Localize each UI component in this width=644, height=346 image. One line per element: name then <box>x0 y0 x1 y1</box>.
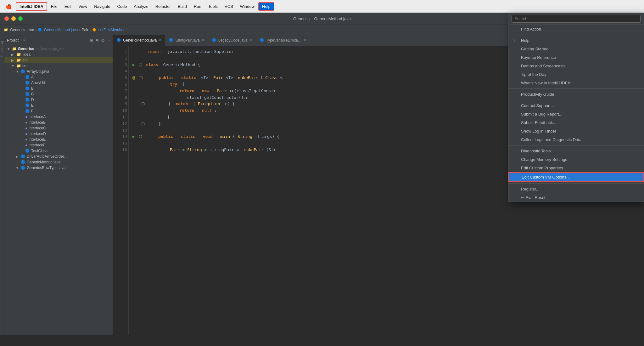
help-whats-new[interactable]: What's New in IntelliJ IDEA <box>508 79 644 87</box>
tab-legacycode[interactable]: 🔵 LegacyCode.java ✕ <box>208 35 256 46</box>
menu-edit[interactable]: Edit <box>61 3 75 10</box>
tree-item-f[interactable]: 🔵 F <box>4 108 113 114</box>
breadcrumb-src[interactable]: src <box>29 28 34 32</box>
menu-refactor[interactable]: Refactor <box>152 3 174 10</box>
help-show-log[interactable]: Show Log in Finder <box>508 127 644 135</box>
tree-item-interfacec[interactable]: ● interfaceC <box>4 125 113 131</box>
menu-navigate[interactable]: Navigate <box>91 3 113 10</box>
tree-arrow-genericsrawtype: ▼ <box>16 166 20 170</box>
tree-class-icon-testclass: 🔵 <box>25 149 30 153</box>
tree-item-d[interactable]: 🔵 D <box>4 97 113 103</box>
help-eval-reset[interactable]: ↩ Eval Reset <box>508 193 644 202</box>
menu-run[interactable]: Run <box>191 3 204 10</box>
menu-vcs[interactable]: VCS <box>221 3 236 10</box>
tree-item-b[interactable]: 🔵 B <box>4 86 113 91</box>
project-toolbar-icon-2[interactable]: ≡ <box>96 38 98 43</box>
help-change-memory[interactable]: Change Memory Settings <box>508 155 644 164</box>
tree-item-arrayutil[interactable]: ▼ 🔵 ArrayUtil.java <box>4 69 113 74</box>
sidebar-strip: Project 1 <box>0 35 4 335</box>
project-dropdown-arrow[interactable]: ▼ <box>22 38 26 42</box>
help-productivity-guide[interactable]: Productivity Guide <box>508 90 644 99</box>
project-toolbar-icon-3[interactable]: ⚙ <box>101 38 105 43</box>
tab-genericmethod[interactable]: 🔵 GenericMethod.java ✕ <box>113 35 165 46</box>
tree-item-e[interactable]: 🔵 E <box>4 103 113 108</box>
tree-item-src[interactable]: ▼ 📁 src <box>4 63 113 69</box>
breadcrumb-genericmethod-java[interactable]: GenericMethod.java <box>44 28 78 32</box>
menu-build[interactable]: Build <box>175 3 190 10</box>
breadcrumb-generics[interactable]: Generics <box>10 28 25 32</box>
tab-close-legacycode[interactable]: ✕ <box>249 38 252 42</box>
tree-item-interfaced[interactable]: ● interfaceD <box>4 131 113 137</box>
tree-item-interfaceb[interactable]: ● interfaceB <box>4 120 113 125</box>
tree-interface-icon-c: ● <box>25 126 27 130</box>
help-getting-started[interactable]: Getting Started <box>508 45 644 53</box>
tree-item-driver[interactable]: ▶ 🔵 DriverAutoArriveOrder… <box>4 154 113 159</box>
help-contact-support[interactable]: Contact Support... <box>508 101 644 110</box>
project-toolbar-icon-1[interactable]: ⊕ <box>90 38 93 43</box>
tree-item-arrayutil-class[interactable]: 🔵 ArrayUtil <box>4 80 113 86</box>
minimize-button[interactable] <box>11 16 16 21</box>
tree-label-out: out <box>22 58 28 62</box>
help-keymap-reference[interactable]: Keymap Reference <box>508 53 644 62</box>
breadcrumb-pair[interactable]: Pair <box>81 28 88 32</box>
tree-class-icon-b: 🔵 <box>25 86 30 91</box>
menu-code[interactable]: Code <box>114 3 130 10</box>
help-submit-bug[interactable]: Submit a Bug Report... <box>508 110 644 118</box>
tab-stringpair[interactable]: 🔵 StringPair.java ✕ <box>165 35 208 46</box>
tree-interface-icon-e: ● <box>25 137 27 142</box>
close-button[interactable] <box>4 16 9 21</box>
sidebar-strip-icon-1[interactable]: 1 <box>1 55 4 57</box>
menu-analyze[interactable]: Analyze <box>131 3 152 10</box>
help-separator-2 <box>508 88 644 89</box>
tree-item-out[interactable]: ▶ 📂 out <box>4 57 113 63</box>
help-diagnostic-tools[interactable]: Diagnostic Tools <box>508 147 644 155</box>
tree-item-testclass[interactable]: 🔵 TestClass <box>4 148 113 154</box>
menu-tools[interactable]: Tools <box>205 3 221 10</box>
tab-label-genericmethod: GenericMethod.java <box>123 38 157 43</box>
mac-menubar: 🍎 IntelliJ IDEA File Edit View Navigate … <box>0 0 644 13</box>
menu-view[interactable]: View <box>75 3 90 10</box>
menu-window[interactable]: Window <box>237 3 258 10</box>
tree-item-interfacef[interactable]: ● interfaceF <box>4 142 113 148</box>
tree-item-genericmethod-java[interactable]: 🔵 GenericMethod.java <box>4 159 113 165</box>
tree-generics-path: ~/Desktop/git_test <box>36 47 64 51</box>
help-collect-logs[interactable]: Collect Logs and Diagnostic Data <box>508 135 644 144</box>
tab-typevariable[interactable]: 🔵 TypeVariableLimita… ✕ <box>256 35 310 46</box>
menu-help[interactable]: Help <box>258 2 274 11</box>
apple-menu[interactable]: 🍎 <box>3 3 15 9</box>
project-toolbar-icon-4[interactable]: – <box>108 38 110 43</box>
tree-item-generics[interactable]: ▼ 📁 Generics ~/Desktop/git_test <box>4 46 113 52</box>
help-submit-feedback[interactable]: Submit Feedback... <box>508 118 644 127</box>
help-help[interactable]: ? Help <box>508 36 644 45</box>
menu-file[interactable]: File <box>48 3 61 10</box>
tab-close-genericmethod[interactable]: ✕ <box>159 38 161 42</box>
help-demos-screencasts[interactable]: Demos and Screencasts <box>508 62 644 70</box>
tree-label-interfacef: interfaceF <box>29 143 45 147</box>
tab-close-typevariable[interactable]: ✕ <box>304 38 306 42</box>
maximize-button[interactable] <box>18 16 23 21</box>
tree-java-icon-genericsrawtype: 🔵 <box>21 166 25 170</box>
tree-item-interfacee[interactable]: ● interfaceE <box>4 137 113 142</box>
tree-item-genericsrawtype[interactable]: ▼ 🔵 GenericsRawType.java <box>4 165 113 171</box>
help-register[interactable]: Register... <box>508 185 644 193</box>
tree-item-c[interactable]: 🔵 C <box>4 91 113 97</box>
sidebar-project-label[interactable]: Project <box>0 41 4 53</box>
tree-item-a[interactable]: 🔵 A <box>4 74 113 80</box>
tree-label-arrayutil: ArrayUtil.java <box>27 69 49 74</box>
tree-folder-icon-generics: 📁 <box>12 47 17 51</box>
menu-intellij-idea[interactable]: IntelliJ IDEA <box>16 2 47 11</box>
tree-class-icon-e: 🔵 <box>25 103 30 108</box>
breadcrumb-sep-4: › <box>90 28 91 32</box>
help-edit-custom-vm-options[interactable]: Edit Custom VM Options... <box>508 172 644 182</box>
tab-close-stringpair[interactable]: ✕ <box>202 38 204 42</box>
tree-item-idea[interactable]: ▶ 📁 .idea <box>4 52 113 57</box>
tree-label-genericmethod: GenericMethod.java <box>27 160 60 164</box>
help-tip-of-day[interactable]: Tip of the Day <box>508 70 644 79</box>
help-find-action[interactable]: Find Action... <box>508 25 644 33</box>
help-search-input[interactable] <box>512 15 641 23</box>
tree-item-interfacea[interactable]: ● interfaceA <box>4 114 113 120</box>
help-separator-1 <box>508 35 644 35</box>
breadcrumb-setfirstmember[interactable]: setFirstMember <box>98 28 125 32</box>
help-separator-4 <box>508 145 644 145</box>
help-edit-custom-properties[interactable]: Edit Custom Properties... <box>508 164 644 172</box>
